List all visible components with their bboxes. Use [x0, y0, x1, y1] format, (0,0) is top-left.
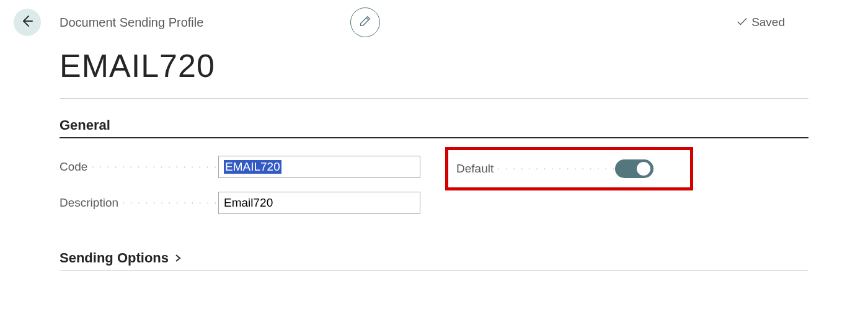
- section-sending-options-header[interactable]: Sending Options: [60, 250, 808, 271]
- default-toggle[interactable]: [615, 159, 653, 178]
- entity-title: EMAIL720: [60, 47, 808, 84]
- toggle-knob: [637, 162, 650, 176]
- general-fields-left: Code EMAIL720 Description: [60, 156, 420, 214]
- chevron-right-icon: [174, 250, 182, 266]
- top-bar: Document Sending Profile: [0, 0, 868, 38]
- pencil-icon: [358, 14, 372, 30]
- general-fields: Code EMAIL720 Description Default: [60, 156, 808, 214]
- section-general-header[interactable]: General: [60, 117, 808, 138]
- popout-button[interactable]: [806, 16, 820, 29]
- field-code-label: Code: [60, 160, 218, 174]
- check-icon: [737, 16, 748, 29]
- code-input[interactable]: EMAIL720: [218, 156, 420, 178]
- field-default: Default: [450, 156, 808, 182]
- saved-label: Saved: [751, 16, 785, 29]
- share-button[interactable]: [412, 16, 426, 29]
- center-actions: [350, 7, 518, 37]
- saved-indicator: Saved: [737, 16, 785, 29]
- description-input[interactable]: [218, 192, 420, 214]
- back-button[interactable]: [14, 9, 41, 36]
- field-description-label: Description: [60, 196, 218, 210]
- new-button[interactable]: [458, 16, 472, 29]
- back-arrow-icon: [20, 14, 35, 31]
- right-actions: Saved: [737, 16, 854, 29]
- content-area: EMAIL720 General Code EMAIL720 Descripti…: [0, 47, 868, 271]
- section-sending-options-title: Sending Options: [60, 250, 169, 266]
- general-fields-right: Default: [450, 156, 808, 214]
- section-general-title: General: [60, 117, 110, 133]
- field-code: Code EMAIL720: [60, 156, 420, 178]
- title-divider: [60, 98, 808, 99]
- edit-button[interactable]: [350, 7, 380, 37]
- section-sending-options: Sending Options: [60, 250, 808, 271]
- code-input-value: EMAIL720: [224, 160, 281, 174]
- field-description: Description: [60, 192, 420, 214]
- field-default-label: Default: [456, 162, 615, 176]
- delete-button[interactable]: [504, 16, 518, 29]
- expand-button[interactable]: [841, 16, 854, 29]
- page-type-label: Document Sending Profile: [60, 16, 203, 30]
